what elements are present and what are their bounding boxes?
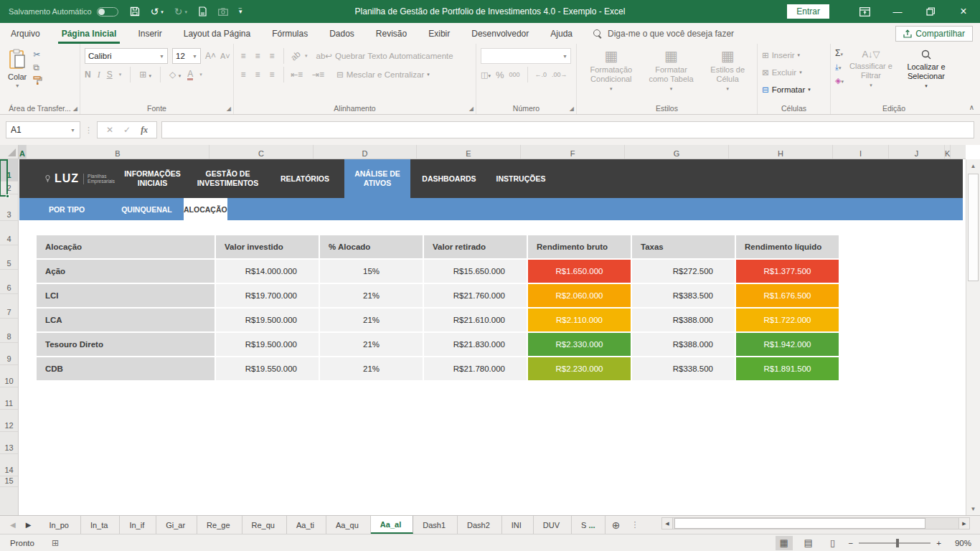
row-header[interactable]: 4	[0, 221, 18, 245]
cell-allocation-name[interactable]: Tesouro Direto	[37, 333, 215, 356]
print-preview-icon[interactable]	[198, 6, 207, 17]
scroll-right-icon[interactable]: ▶	[958, 517, 970, 529]
decrease-indent-icon[interactable]: ⇤≡	[291, 70, 301, 80]
page-break-view-icon[interactable]: ▯	[824, 536, 842, 550]
fill-color-icon[interactable]: ◇ ▾	[169, 70, 181, 80]
nav-menu-item[interactable]: INSTRUÇÕES	[488, 159, 554, 198]
row-header[interactable]: 5	[0, 245, 18, 270]
horizontal-scroll-thumb[interactable]	[674, 518, 925, 529]
name-box-dropdown[interactable]: ▼	[70, 128, 75, 133]
underline-button[interactable]: S	[107, 70, 113, 80]
row-header[interactable]: 10	[0, 365, 18, 387]
find-select-button[interactable]: Localizar e Selecionar▾	[898, 47, 954, 91]
zoom-slider[interactable]	[859, 542, 930, 544]
paste-dropdown[interactable]: ▼	[15, 83, 20, 88]
row-header[interactable]: 15	[0, 476, 18, 487]
cell-withdrawn[interactable]: R$21.830.000	[424, 333, 527, 356]
insert-function-icon[interactable]: fx	[141, 125, 148, 136]
cell-percent-allocated[interactable]: 21%	[320, 309, 423, 331]
row-header[interactable]: 11	[0, 387, 18, 410]
scroll-up-icon[interactable]: ▲	[966, 159, 980, 172]
cell-percent-allocated[interactable]: 21%	[320, 357, 423, 380]
sheet-tab[interactable]: In_if	[120, 516, 156, 534]
nav-menu-item[interactable]: DASHBOARDS	[410, 159, 488, 198]
page-layout-view-icon[interactable]: ▤	[800, 536, 817, 550]
select-all-corner[interactable]	[0, 145, 19, 159]
normal-view-icon[interactable]: ▦	[776, 536, 793, 550]
sheet-tab[interactable]: S...	[572, 516, 606, 534]
ribbon-tab[interactable]: Ajuda	[540, 23, 583, 44]
sign-in-button[interactable]: Entrar	[787, 4, 829, 19]
ribbon-tab[interactable]: Revisão	[365, 23, 418, 44]
ribbon-tab[interactable]: Fórmulas	[261, 23, 319, 44]
sheet-tab[interactable]: In_ta	[81, 516, 120, 534]
cell-fees[interactable]: R$338.500	[632, 357, 735, 380]
cell-net-return[interactable]: R$1.891.500	[736, 357, 839, 380]
column-header[interactable]: D	[314, 145, 417, 159]
cell-styles-button[interactable]: ▦ Estilos de Célula▾	[701, 47, 754, 94]
align-center-icon[interactable]: ≡	[253, 70, 263, 80]
row-header[interactable]: 8	[0, 319, 18, 343]
formula-bar-splitter[interactable]: ⋮	[85, 126, 93, 135]
ribbon-tab[interactable]: Dados	[319, 23, 365, 44]
sheet-tab[interactable]: Aa_qu	[326, 516, 371, 534]
cell-gross-return[interactable]: R$2.110.000	[528, 309, 631, 331]
row-header[interactable]: 7	[0, 294, 18, 319]
close-button[interactable]: ×	[947, 0, 980, 23]
formula-input[interactable]	[161, 121, 974, 138]
column-header[interactable]: H	[729, 145, 833, 159]
column-header[interactable]: E	[417, 145, 521, 159]
format-painter-icon[interactable]	[33, 75, 42, 87]
zoom-level[interactable]: 90%	[948, 539, 971, 547]
cell-invested[interactable]: R$19.500.000	[216, 333, 319, 356]
ribbon-tab[interactable]: Layout da Página	[173, 23, 261, 44]
ribbon-tab[interactable]: Arquivo	[0, 23, 51, 44]
sub-tab[interactable]: POR TIPO	[34, 198, 100, 220]
delete-cells-button[interactable]: ⊠Excluir▾	[762, 64, 827, 81]
sheet-tab[interactable]: Gi_ar	[156, 516, 197, 534]
clipboard-dialog-launcher[interactable]: ◢	[73, 105, 77, 112]
ribbon-tab[interactable]: Desenvolvedor	[461, 23, 540, 44]
fill-handle[interactable]	[6, 194, 9, 198]
zoom-slider-thumb[interactable]	[896, 539, 899, 547]
italic-button[interactable]: I	[98, 70, 100, 80]
nav-menu-item[interactable]: RELATÓRIOS	[265, 159, 344, 198]
share-button[interactable]: Compartilhar	[895, 26, 973, 42]
sheet-tab[interactable]: Dash2	[458, 516, 502, 534]
zoom-out-icon[interactable]: −	[849, 539, 854, 547]
cell-net-return[interactable]: R$1.377.500	[736, 260, 839, 283]
sheet-tab[interactable]: Re_ge	[197, 516, 242, 534]
alignment-dialog-launcher[interactable]: ◢	[469, 105, 473, 112]
align-bottom-icon[interactable]: ≡	[267, 51, 277, 61]
column-header[interactable]: K	[945, 145, 951, 159]
sheet-tab[interactable]: Aa_al	[371, 516, 413, 534]
row-header[interactable]: 12	[0, 410, 18, 432]
fill-icon[interactable]: ⤓▾	[835, 62, 844, 72]
prev-sheet-icon[interactable]: ◀	[10, 521, 16, 529]
sub-tab[interactable]: ALOCAÇÃO	[184, 198, 227, 220]
cell-withdrawn[interactable]: R$21.610.000	[424, 309, 527, 331]
cell-allocation-name[interactable]: Ação	[37, 260, 215, 283]
column-header[interactable]: G	[625, 145, 729, 159]
ribbon-tab[interactable]: Inserir	[127, 23, 172, 44]
cell-withdrawn[interactable]: R$15.650.000	[424, 260, 527, 283]
copy-icon[interactable]: ⧉	[33, 62, 42, 72]
undo-icon[interactable]: ↺▾	[151, 6, 164, 17]
column-header[interactable]: B	[27, 145, 209, 159]
column-header[interactable]: A	[19, 145, 27, 159]
format-cells-button[interactable]: ⊟Formatar▾	[762, 81, 827, 98]
new-sheet-icon[interactable]: ⊕	[606, 516, 627, 534]
cell-gross-return[interactable]: R$2.330.000	[528, 333, 631, 356]
row-header[interactable]: 9	[0, 343, 18, 365]
font-name-combo[interactable]: Calibri▼	[85, 48, 168, 64]
cell-net-return[interactable]: R$1.676.500	[736, 284, 839, 307]
collapse-ribbon-icon[interactable]: ∧	[969, 103, 974, 111]
autosum-icon[interactable]: Σ▾	[835, 48, 844, 58]
cancel-icon[interactable]: ✕	[106, 125, 113, 135]
wrap-text-button[interactable]: ab↩Quebrar Texto Automaticamente	[316, 47, 453, 65]
vertical-scrollbar[interactable]: ▲ ▼	[966, 159, 980, 515]
scroll-left-icon[interactable]: ◀	[661, 517, 673, 529]
macro-record-icon[interactable]: ⊞	[52, 538, 59, 548]
horizontal-scroll-track[interactable]	[673, 517, 958, 529]
font-size-combo[interactable]: 12▼	[172, 48, 201, 64]
